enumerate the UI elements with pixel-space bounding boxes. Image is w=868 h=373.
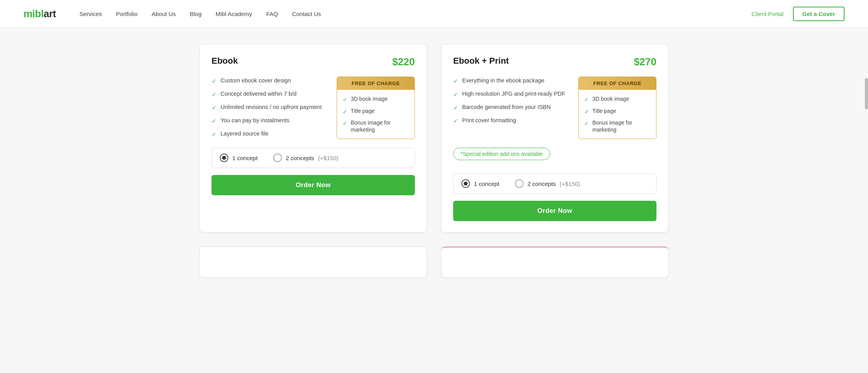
ebook-feature-2: ✓ Concept delivered within 7 b/d bbox=[212, 90, 327, 98]
ebook-print-price: $270 bbox=[634, 56, 656, 68]
check-icon-1: ✓ bbox=[212, 77, 217, 85]
bottom-card-2 bbox=[441, 246, 669, 278]
ebook-print-features: ✓ Everything in the ebook package ✓ High… bbox=[453, 77, 569, 139]
ebook-order-button[interactable]: Order Now bbox=[212, 175, 415, 195]
navbar: miblart Services Portfolio About Us Blog… bbox=[0, 0, 868, 28]
ep-concept-1[interactable]: 1 concept bbox=[461, 179, 499, 188]
check-icon-3: ✓ bbox=[212, 104, 217, 112]
ebook-free-item-1: ✓ 3D book image bbox=[343, 95, 409, 104]
ebook-print-card-header: Ebook + Print $270 bbox=[453, 56, 656, 68]
ep-free-item-1: ✓ 3D book image bbox=[584, 95, 651, 104]
ebook-free-box: FREE OF CHARGE ✓ 3D book image ✓ Title p… bbox=[337, 77, 415, 139]
ep-concept-2-label: 2 concepts bbox=[527, 180, 556, 187]
ebook-feature-1: ✓ Custom ebook cover design bbox=[212, 77, 327, 85]
ep-concept-1-label: 1 concept bbox=[474, 180, 499, 187]
ebook-radio-1-inner bbox=[222, 156, 226, 160]
ep-free-item-2: ✓ Title page bbox=[584, 107, 651, 116]
logo-mibl: mibl bbox=[23, 8, 43, 20]
free-check-icon-3: ✓ bbox=[343, 120, 348, 127]
ebook-radio-2-outer bbox=[273, 153, 282, 162]
ebook-concept-2-label: 2 concepts bbox=[286, 155, 314, 161]
ep-radio-2-outer bbox=[515, 179, 524, 188]
check-icon-2: ✓ bbox=[212, 90, 217, 98]
ebook-free-item-3: ✓ Bonus image for marketing bbox=[343, 119, 409, 133]
ep-check-2: ✓ bbox=[453, 90, 458, 98]
nav-right: Client Portal Get a Cover bbox=[751, 7, 845, 21]
ebook-print-title: Ebook + Print bbox=[453, 56, 509, 66]
ebook-concept-selector: 1 concept 2 concepts (+$150) bbox=[212, 148, 415, 168]
check-icon-4: ✓ bbox=[212, 117, 217, 125]
ep-check-3: ✓ bbox=[453, 104, 458, 112]
ebook-free-item-2: ✓ Title page bbox=[343, 107, 409, 116]
ebook-concept-2-extra: (+$150) bbox=[318, 155, 339, 161]
nav-links: Services Portfolio About Us Blog Mibl Ac… bbox=[79, 11, 751, 17]
bottom-card-1 bbox=[199, 246, 427, 278]
ebook-card-body: ✓ Custom ebook cover design ✓ Concept de… bbox=[212, 77, 415, 139]
nav-services[interactable]: Services bbox=[79, 11, 102, 17]
scrollbar[interactable] bbox=[865, 78, 868, 109]
ebook-feature-5: ✓ Layered source file bbox=[212, 130, 327, 138]
ebook-card-header: Ebook $220 bbox=[212, 56, 415, 68]
ep-feature-1: ✓ Everything in the ebook package bbox=[453, 77, 569, 85]
ep-free-item-3: ✓ Bonus image for marketing bbox=[584, 119, 651, 133]
ebook-free-box-items: ✓ 3D book image ✓ Title page ✓ Bonus ima… bbox=[337, 90, 414, 139]
logo-art: art bbox=[43, 8, 56, 20]
logo[interactable]: miblart bbox=[23, 8, 56, 20]
ebook-feature-4: ✓ You can pay by instalments bbox=[212, 116, 327, 125]
pricing-row: Ebook $220 ✓ Custom ebook cover design ✓… bbox=[199, 44, 669, 232]
get-cover-button[interactable]: Get a Cover bbox=[793, 7, 845, 21]
ep-concept-2[interactable]: 2 concepts (+$150) bbox=[515, 179, 580, 188]
ep-concept-2-extra: (+$150) bbox=[560, 180, 580, 187]
ebook-title: Ebook bbox=[212, 56, 238, 66]
ebook-card: Ebook $220 ✓ Custom ebook cover design ✓… bbox=[199, 44, 427, 232]
ebook-free-box-header: FREE OF CHARGE bbox=[337, 77, 414, 90]
ebook-print-card-body: ✓ Everything in the ebook package ✓ High… bbox=[453, 77, 656, 139]
nav-faq[interactable]: FAQ bbox=[266, 11, 278, 17]
nav-about-us[interactable]: About Us bbox=[152, 11, 176, 17]
client-portal-link[interactable]: Client Portal bbox=[751, 11, 784, 17]
free-check-icon-2: ✓ bbox=[343, 108, 348, 116]
ep-feature-4: ✓ Print cover formatting bbox=[453, 116, 569, 125]
ep-radio-1-outer bbox=[461, 179, 470, 188]
ep-feature-3: ✓ Barcode generated from your ISBN bbox=[453, 103, 569, 112]
ep-check-4: ✓ bbox=[453, 117, 458, 125]
nav-blog[interactable]: Blog bbox=[190, 11, 201, 17]
nav-contact-us[interactable]: Contact Us bbox=[292, 11, 321, 17]
ebook-radio-1-outer bbox=[220, 153, 228, 162]
ep-free-check-3: ✓ bbox=[584, 120, 589, 127]
ebook-print-card: Ebook + Print $270 ✓ Everything in the e… bbox=[441, 44, 669, 232]
nav-mibl-academy[interactable]: Mibl Academy bbox=[216, 11, 252, 17]
ep-feature-2: ✓ High resolution JPG and print-ready PD… bbox=[453, 90, 569, 98]
ebook-concept-1[interactable]: 1 concept bbox=[220, 153, 258, 162]
ep-free-box: FREE OF CHARGE ✓ 3D book image ✓ Title p… bbox=[578, 77, 656, 139]
free-check-icon-1: ✓ bbox=[343, 96, 348, 104]
ebook-features: ✓ Custom ebook cover design ✓ Concept de… bbox=[212, 77, 327, 139]
ebook-feature-3: ✓ Unlimited revisions / no upfront payme… bbox=[212, 103, 327, 112]
ep-free-box-header: FREE OF CHARGE bbox=[579, 77, 656, 90]
ep-free-box-items: ✓ 3D book image ✓ Title page ✓ Bonus ima… bbox=[579, 90, 656, 139]
ebook-concept-1-label: 1 concept bbox=[232, 155, 258, 161]
special-edition-wrapper: *Special edition add-ons available bbox=[453, 148, 656, 167]
ebook-concept-2[interactable]: 2 concepts (+$150) bbox=[273, 153, 339, 162]
ep-concept-selector: 1 concept 2 concepts (+$150) bbox=[453, 173, 656, 194]
nav-portfolio[interactable]: Portfolio bbox=[116, 11, 138, 17]
ep-radio-1-inner bbox=[464, 182, 468, 186]
ep-free-check-1: ✓ bbox=[584, 96, 589, 104]
bottom-row bbox=[199, 246, 669, 278]
main-content: Ebook $220 ✓ Custom ebook cover design ✓… bbox=[0, 28, 868, 301]
ep-order-button[interactable]: Order Now bbox=[453, 201, 656, 221]
check-icon-5: ✓ bbox=[212, 130, 217, 138]
ep-free-check-2: ✓ bbox=[584, 108, 589, 116]
special-edition-badge[interactable]: *Special edition add-ons available bbox=[453, 148, 550, 160]
ebook-price: $220 bbox=[392, 56, 415, 68]
ep-check-1: ✓ bbox=[453, 77, 458, 85]
